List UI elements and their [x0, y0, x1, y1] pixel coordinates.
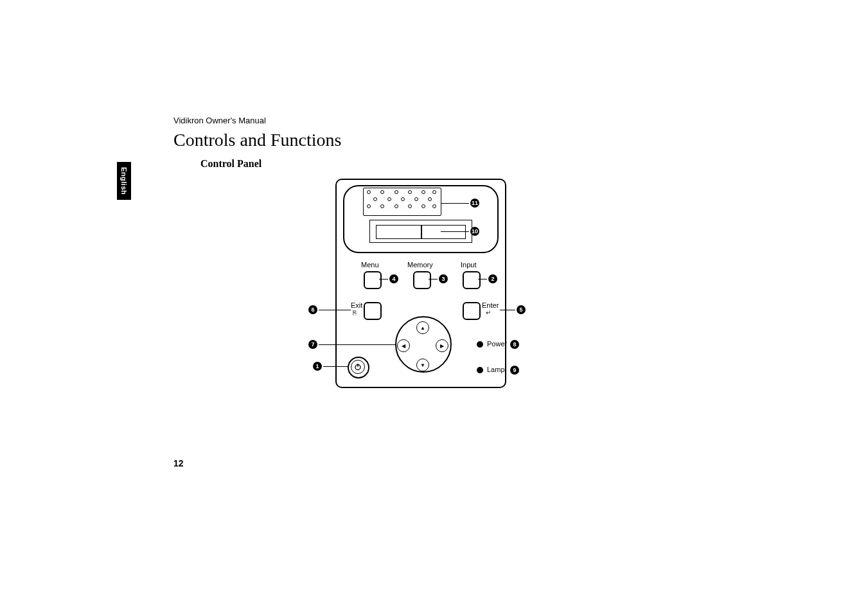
right-arrow-button[interactable]: ▶ — [436, 339, 448, 352]
left-arrow-button[interactable]: ◀ — [397, 339, 410, 352]
manual-page: Vidikron Owner's Manual Controls and Fun… — [0, 0, 868, 613]
enter-label: Enter — [482, 301, 499, 309]
menu-button[interactable] — [364, 271, 382, 289]
down-arrow-button[interactable]: ▼ — [416, 359, 429, 371]
enter-icon: ↵ — [486, 309, 491, 316]
control-panel-diagram: Menu Memory Input Exit ⎘ Enter ↵ ▲ ◀ ▶ ▼ — [302, 179, 527, 391]
memory-button[interactable] — [413, 271, 431, 289]
callout-6: 6 — [308, 305, 317, 314]
power-indicator-label: Power — [487, 340, 507, 348]
speaker-grille — [363, 188, 441, 216]
language-tab: English — [117, 162, 131, 200]
callout-9: 9 — [510, 366, 519, 375]
exit-label: Exit — [351, 301, 362, 309]
up-arrow-button[interactable]: ▲ — [416, 321, 429, 334]
power-icon — [354, 363, 362, 371]
memory-label: Memory — [407, 261, 433, 269]
input-button[interactable] — [463, 271, 481, 289]
page-number: 12 — [173, 458, 184, 468]
lamp-indicator-led — [477, 367, 483, 373]
menu-label: Menu — [361, 261, 379, 269]
section-heading: Controls and Functions — [173, 130, 341, 150]
callout-7: 7 — [308, 340, 317, 349]
callout-11: 11 — [470, 199, 479, 208]
exit-icon: ⎘ — [353, 309, 357, 316]
callout-3: 3 — [439, 274, 448, 283]
callout-1: 1 — [313, 362, 322, 371]
document-header: Vidikron Owner's Manual — [173, 116, 266, 125]
exit-button[interactable] — [364, 302, 382, 320]
callout-2: 2 — [488, 274, 497, 283]
callout-8: 8 — [510, 340, 519, 349]
input-label: Input — [461, 261, 476, 269]
power-indicator-led — [477, 341, 483, 348]
callout-5: 5 — [517, 305, 526, 314]
callout-4: 4 — [389, 274, 398, 283]
enter-button[interactable] — [463, 302, 481, 320]
lamp-indicator-label: Lamp — [487, 366, 505, 373]
callout-10: 10 — [470, 227, 479, 236]
power-button[interactable] — [351, 360, 365, 374]
lens-cover-inner — [376, 225, 466, 239]
subsection-heading: Control Panel — [200, 158, 261, 170]
